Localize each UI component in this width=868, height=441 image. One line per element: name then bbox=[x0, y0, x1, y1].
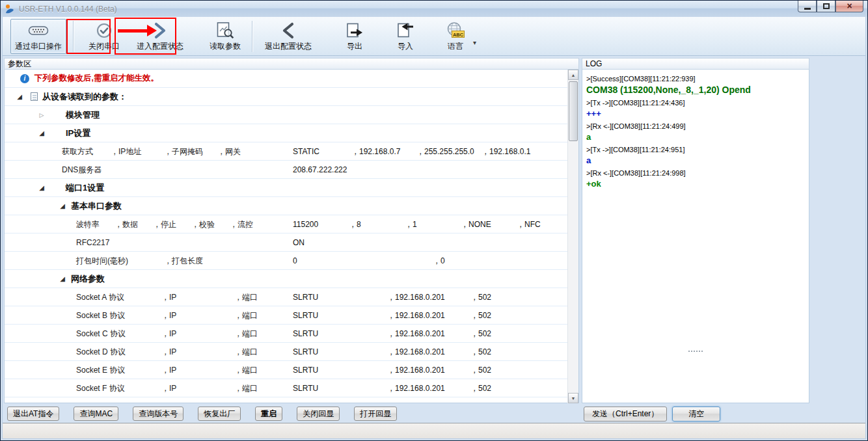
footer-button-query-mac[interactable]: 查询MAC bbox=[74, 407, 118, 421]
minimize-icon[interactable] bbox=[798, 1, 817, 12]
param-row-socket-e: Socket E 协议，IP，端口SLRTU，192.168.0.201，502 bbox=[5, 361, 578, 379]
param-label: ，校验 bbox=[191, 215, 230, 234]
scroll-up-icon[interactable] bbox=[568, 70, 578, 80]
expander-collapsed-icon[interactable]: ▷ bbox=[37, 112, 46, 118]
tree-node-label: 模块管理 bbox=[66, 109, 100, 121]
param-value[interactable]: ，192.168.0.7 bbox=[351, 142, 416, 161]
param-value[interactable]: ，502 bbox=[470, 288, 554, 306]
toolbar-button-exit-config[interactable]: 退出配置状态 bbox=[260, 19, 316, 54]
scrollbar-thumb[interactable] bbox=[569, 81, 578, 141]
expander-expanded-icon[interactable]: ◢ bbox=[37, 184, 46, 191]
param-value[interactable]: ，1 bbox=[405, 215, 461, 234]
param-value[interactable]: SLRTU bbox=[293, 379, 387, 397]
param-label: ，网关 bbox=[217, 142, 271, 161]
expander-expanded-icon[interactable]: ◢ bbox=[58, 202, 67, 209]
log-entry: >[Rx <-][COM38][11:21:24:499] bbox=[586, 122, 805, 130]
param-label: DNS服务器 bbox=[62, 161, 102, 179]
param-value[interactable]: ，192.168.0.201 bbox=[387, 379, 470, 397]
tree-group-network-params[interactable]: ◢网络参数 bbox=[5, 270, 578, 288]
tree-group-module-management[interactable]: ▷模块管理 bbox=[5, 106, 578, 124]
tree-root[interactable]: ◢从设备读取到的参数： bbox=[5, 88, 578, 106]
tree-group-basic-serial-params[interactable]: ◢基本串口参数 bbox=[5, 197, 578, 215]
clear-button[interactable]: 清空 bbox=[672, 407, 720, 421]
titlebar[interactable]: USR-ETH V1.0.0.144 (Beta) bbox=[1, 1, 867, 17]
log-splitter-grip[interactable] bbox=[688, 351, 703, 352]
expander-expanded-icon[interactable]: ◢ bbox=[37, 129, 46, 137]
app-logo-icon bbox=[5, 4, 15, 14]
param-values: 208.67.222.222 bbox=[293, 161, 347, 179]
footer-button-factory-reset[interactable]: 恢复出厂 bbox=[198, 407, 241, 421]
toolbar-button-label: 导入 bbox=[398, 41, 413, 52]
param-value[interactable]: ，502 bbox=[470, 361, 554, 379]
param-value[interactable]: ，8 bbox=[349, 215, 405, 234]
param-value[interactable]: ，192.168.0.201 bbox=[387, 325, 470, 343]
param-value[interactable]: ，502 bbox=[470, 325, 554, 343]
toolbar-button-export[interactable]: 导出 bbox=[341, 19, 368, 54]
param-value[interactable]: ，502 bbox=[470, 343, 554, 361]
param-value[interactable]: STATIC bbox=[293, 142, 351, 161]
maximize-icon[interactable] bbox=[817, 1, 835, 12]
toolbar-button-serial-op[interactable]: 通过串口操作 bbox=[10, 19, 66, 54]
tree-scrollbar[interactable] bbox=[567, 70, 578, 403]
param-labels: Socket E 协议，IP，端口 bbox=[76, 361, 307, 379]
param-label: RFC2217 bbox=[76, 234, 109, 252]
param-row-rfc2217: RFC2217ON bbox=[5, 234, 578, 252]
toolbar-button-enter-config[interactable]: 进入配置状态 bbox=[132, 19, 188, 54]
footer-button-echo-on[interactable]: 打开回显 bbox=[354, 407, 397, 421]
param-label: 波特率 bbox=[76, 215, 115, 234]
param-row-packing: 打包时间(毫秒)，打包长度0，0 bbox=[5, 252, 578, 270]
expander-expanded-icon[interactable]: ◢ bbox=[58, 275, 67, 282]
param-value[interactable]: 208.67.222.222 bbox=[293, 161, 347, 179]
toolbar-button-close-serial[interactable]: 关闭串口 bbox=[84, 19, 124, 54]
send-button[interactable]: 发送（Ctrl+Enter） bbox=[584, 407, 667, 421]
param-row-socket-d: Socket D 协议，IP，端口SLRTU，192.168.0.201，502 bbox=[5, 343, 578, 361]
log-view[interactable]: >[Success][COM38][11:21:22:939]COM38 (11… bbox=[582, 70, 809, 403]
param-value[interactable]: SLRTU bbox=[293, 325, 387, 343]
log-panel: LOG >[Success][COM38][11:21:22:939]COM38… bbox=[582, 58, 809, 421]
toolbar-button-label: 关闭串口 bbox=[88, 41, 120, 52]
param-value[interactable]: SLRTU bbox=[293, 288, 387, 306]
param-value[interactable]: ON bbox=[293, 234, 305, 252]
param-labels: 获取方式，IP地址，子网掩码，网关 bbox=[62, 142, 271, 161]
tree-group-port1-settings[interactable]: ◢端口1设置 bbox=[5, 179, 578, 197]
param-value[interactable]: ，192.168.0.1 bbox=[481, 142, 547, 161]
toolbar-button-read-params[interactable]: 读取参数 bbox=[205, 19, 245, 54]
language-dropdown-caret-icon[interactable] bbox=[473, 39, 476, 46]
param-value[interactable]: ，NFC bbox=[517, 215, 573, 234]
param-value[interactable]: ，192.168.0.201 bbox=[387, 306, 470, 325]
footer-button-echo-off[interactable]: 关闭回显 bbox=[297, 407, 340, 421]
param-value[interactable]: ，255.255.255.0 bbox=[416, 142, 481, 161]
param-value[interactable]: ，192.168.0.201 bbox=[387, 361, 470, 379]
param-labels: DNS服务器 bbox=[62, 161, 102, 179]
param-value[interactable]: SLRTU bbox=[293, 361, 387, 379]
param-value[interactable]: 0 bbox=[293, 252, 433, 270]
param-value[interactable]: ，192.168.0.201 bbox=[387, 343, 470, 361]
param-value[interactable]: ，0 bbox=[433, 252, 573, 270]
close-icon[interactable] bbox=[835, 1, 863, 12]
param-labels: Socket A 协议，IP，端口 bbox=[76, 288, 307, 306]
params-panel-title: 参数区 bbox=[8, 59, 31, 70]
tree-group-ip-settings[interactable]: ◢IP设置 bbox=[5, 124, 578, 142]
log-entry: >[Tx ->][COM38][11:21:24:436] bbox=[586, 99, 805, 107]
log-entry: COM38 (115200,None,_8,_1,20) Opend bbox=[586, 85, 805, 95]
footer-button-exit-at[interactable]: 退出AT指令 bbox=[7, 407, 59, 421]
footer-button-restart[interactable]: 重启 bbox=[255, 407, 282, 421]
toolbar-buttons: 通过串口操作关闭串口进入配置状态读取参数退出配置状态导出导入ABC语言 bbox=[3, 17, 865, 55]
param-value[interactable]: ，192.168.0.201 bbox=[387, 288, 470, 306]
param-value[interactable]: SLRTU bbox=[293, 343, 387, 361]
param-label: ，子网掩码 bbox=[164, 142, 217, 161]
param-label: ，IP bbox=[161, 361, 234, 379]
chevron-right-icon bbox=[152, 21, 168, 40]
toolbar-button-language[interactable]: ABC语言 bbox=[441, 19, 470, 54]
param-value[interactable]: SLRTU bbox=[293, 306, 387, 325]
scroll-down-icon[interactable] bbox=[568, 393, 578, 403]
info-icon bbox=[20, 74, 29, 83]
param-value[interactable]: 115200 bbox=[293, 215, 349, 234]
param-value[interactable]: ，502 bbox=[470, 306, 554, 325]
param-row-ip-config: 获取方式，IP地址，子网掩码，网关STATIC，192.168.0.7，255.… bbox=[5, 142, 578, 161]
param-value[interactable]: ，NONE bbox=[461, 215, 517, 234]
toolbar-button-import[interactable]: 导入 bbox=[392, 19, 419, 54]
expander-expanded-icon[interactable]: ◢ bbox=[15, 93, 24, 100]
param-value[interactable]: ，502 bbox=[470, 379, 554, 397]
footer-button-query-version[interactable]: 查询版本号 bbox=[133, 407, 183, 421]
